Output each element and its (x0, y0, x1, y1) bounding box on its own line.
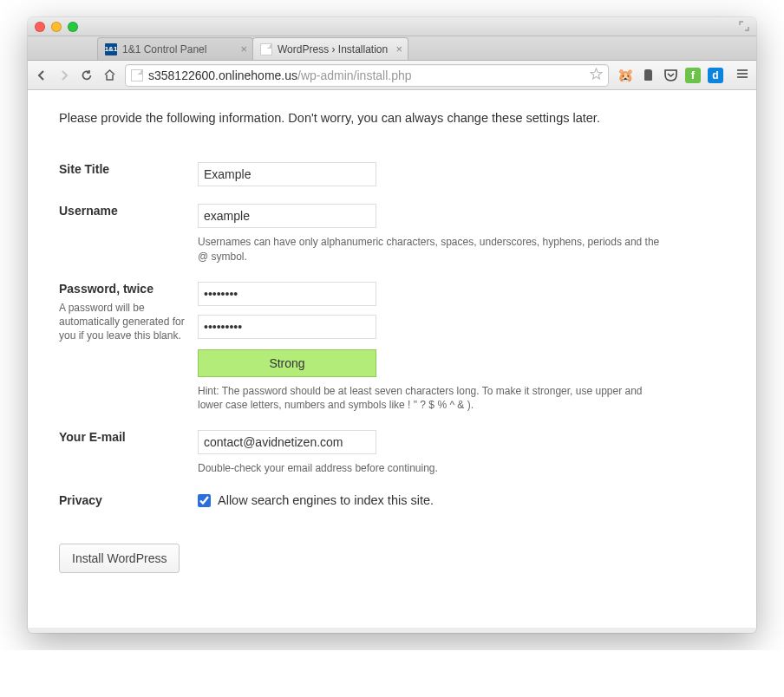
email-hint: Double-check your email address before c… (198, 461, 666, 476)
window-footer (28, 628, 756, 633)
privacy-checkbox-row[interactable]: Allow search engines to index this site. (198, 493, 725, 507)
close-tab-icon[interactable]: × (395, 43, 402, 55)
favicon-1and1-icon: 1&1 (105, 43, 117, 55)
extensions-area: 🐹 f d (617, 68, 723, 83)
username-label: Username (59, 195, 198, 273)
site-title-label: Site Title (59, 153, 198, 195)
evernote-extension-icon[interactable] (640, 68, 656, 83)
page-content: Please provide the following information… (28, 90, 756, 628)
privacy-checkbox-label: Allow search engines to index this site. (218, 493, 434, 507)
url-text: s358122600.onlinehome.us/wp-admin/instal… (148, 68, 585, 82)
address-bar[interactable]: s358122600.onlinehome.us/wp-admin/instal… (125, 64, 609, 87)
password-sublabel: A password will be automatically generat… (59, 301, 189, 343)
window-titlebar (28, 17, 756, 36)
reload-button[interactable] (80, 68, 94, 82)
password-hint: Hint: The password should be at least se… (198, 384, 666, 414)
install-wordpress-button[interactable]: Install WordPress (59, 544, 180, 573)
email-label: Your E-mail (59, 421, 198, 485)
page-icon (131, 69, 143, 81)
password-label: Password, twice (59, 282, 154, 296)
browser-toolbar: s358122600.onlinehome.us/wp-admin/instal… (28, 61, 756, 90)
fullscreen-icon[interactable] (739, 21, 749, 34)
tab-wordpress-install[interactable]: WordPress › Installation × (252, 37, 408, 60)
delicious-extension-icon[interactable]: d (708, 68, 723, 83)
zoom-window-button[interactable] (68, 22, 78, 32)
feedly-extension-icon[interactable]: f (685, 68, 701, 83)
browser-window: 1&1 1&1 Control Panel × WordPress › Inst… (28, 17, 756, 633)
tab-label: WordPress › Installation (278, 43, 388, 55)
intro-text: Please provide the following information… (59, 109, 725, 127)
pocket-extension-icon[interactable] (663, 68, 678, 83)
close-window-button[interactable] (35, 22, 45, 32)
close-tab-icon[interactable]: × (240, 43, 247, 55)
site-title-input[interactable] (198, 162, 376, 186)
forward-button[interactable] (57, 68, 71, 82)
username-input[interactable] (198, 204, 376, 228)
username-hint: Usernames can have only alphanumeric cha… (198, 235, 666, 264)
tab-1and1[interactable]: 1&1 1&1 Control Panel × (97, 37, 253, 60)
extension-icon[interactable]: 🐹 (617, 68, 633, 83)
install-form: Site Title Username Usernames can have o… (59, 153, 725, 516)
tab-label: 1&1 Control Panel (122, 43, 206, 55)
back-button[interactable] (35, 68, 49, 82)
privacy-label: Privacy (59, 485, 198, 516)
favicon-blank-icon (260, 43, 272, 55)
password-input-2[interactable] (198, 315, 376, 339)
password-input-1[interactable] (198, 282, 376, 306)
bookmark-star-icon[interactable] (590, 68, 603, 83)
minimize-window-button[interactable] (51, 22, 62, 32)
browser-tabstrip: 1&1 1&1 Control Panel × WordPress › Inst… (28, 36, 756, 61)
email-input[interactable] (198, 430, 376, 454)
home-button[interactable] (102, 68, 116, 82)
menu-button[interactable] (735, 67, 749, 84)
password-strength-indicator: Strong (198, 349, 376, 377)
window-traffic-lights (35, 22, 78, 32)
privacy-checkbox[interactable] (198, 494, 211, 507)
